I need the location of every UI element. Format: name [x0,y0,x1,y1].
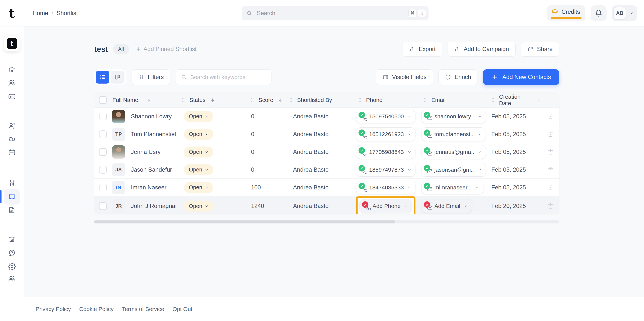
terms-of-service-link[interactable]: Terms of Service [122,306,164,312]
search-icon [181,74,187,80]
column-header-creation-date[interactable]: Creation Date [486,93,542,107]
drag-handle-icon[interactable] [251,97,254,102]
column-header-status[interactable]: Status [176,93,246,107]
column-header-full-name[interactable]: Full Name [94,93,176,107]
opt-out-link[interactable]: Opt Out [172,306,192,312]
select-all-checkbox[interactable] [99,96,107,104]
chat-bubbles-icon [8,136,16,144]
kanban-view-button[interactable] [111,71,124,83]
row-checkbox[interactable] [99,184,107,191]
status-dropdown[interactable]: Open [184,129,214,140]
sidebar-item-conversations[interactable] [0,136,24,144]
table-row[interactable]: JS Jason Sandefur Open 0 Andrea Basto 18… [94,161,559,178]
status-dropdown[interactable]: Open [184,164,214,175]
table-row[interactable]: IN Imran Naseer Open 100 Andrea Basto 18… [94,178,559,196]
global-search[interactable]: ⌘ K [242,6,428,20]
share-button[interactable]: Share [521,42,559,56]
table-row[interactable]: Shannon Lowry Open 0 Andrea Basto 150975… [94,107,559,125]
column-header-phone[interactable]: Phone [353,93,418,107]
sort-arrow-icon[interactable] [146,97,151,103]
export-button[interactable]: Export [402,42,442,56]
sidebar-item-help[interactable] [0,249,24,257]
keyword-search[interactable] [176,69,272,85]
email-dropdown[interactable]: tom.pfannenst... [421,127,486,141]
sidebar-item-documents[interactable] [0,206,24,214]
sidebar-item-add-contact[interactable] [0,122,24,130]
sidebar-item-integrations[interactable] [0,236,24,244]
global-search-input[interactable] [257,10,407,17]
row-checkbox[interactable] [99,113,107,120]
email-dropdown[interactable]: shannon.lowry... [421,110,486,123]
status-dropdown[interactable]: Open [184,146,214,157]
phone-dropdown[interactable]: 16512261923 [356,127,416,141]
phone-dropdown[interactable]: 18597497873 [356,163,416,177]
phone-dropdown[interactable]: 15097540500 [356,110,416,123]
sidebar-item-settings[interactable] [0,263,24,271]
status-dropdown[interactable]: Open [184,201,214,212]
visible-fields-button[interactable]: Visible Fields [376,69,433,85]
email-dropdown[interactable]: mimranaseer... [421,181,484,194]
sidebar-item-contacts[interactable] [0,79,24,87]
scrollbar-thumb[interactable] [94,220,395,224]
account-menu[interactable]: AB [612,5,637,21]
email-dropdown[interactable]: jasonsan@gm... [421,163,486,177]
sidebar-item-calendar[interactable] [0,149,24,157]
status-dropdown[interactable]: Open [184,182,214,193]
notifications-button[interactable] [591,5,606,21]
sidebar-item-pipelines[interactable] [0,179,24,187]
column-header-email[interactable]: Email [418,93,486,107]
breadcrumb-home[interactable]: Home [32,10,48,17]
delete-row-button[interactable] [547,131,554,138]
add-pinned-shortlist-button[interactable]: + Add Pinned Shortlist [136,45,196,53]
sort-arrow-icon[interactable] [536,97,542,103]
drag-handle-icon[interactable] [424,97,427,102]
status-dropdown[interactable]: Open [184,111,214,122]
row-checkbox[interactable] [99,130,107,138]
row-checkbox[interactable] [99,148,107,156]
table-row[interactable]: JR John J Romagnano Open 1240 Andrea Bas… [94,196,559,214]
drag-handle-icon[interactable] [182,97,185,102]
add-new-contacts-button[interactable]: Add New Contacts [483,69,559,85]
delete-row-button[interactable] [547,149,554,155]
table-row[interactable]: Jenna Usry Open 0 Andrea Basto 177059888… [94,143,559,161]
privacy-policy-link[interactable]: Privacy Policy [36,306,71,312]
chevron-down-icon [404,204,408,208]
drag-handle-icon[interactable] [491,97,494,102]
row-checkbox[interactable] [99,166,107,174]
column-header-shortlisted-by[interactable]: Shortlisted By [284,93,353,107]
sidebar-item-team[interactable] [0,275,24,283]
scope-badge[interactable]: All [113,44,129,54]
creation-date-value: Feb 05, 2025 [491,184,526,191]
cookie-policy-link[interactable]: Cookie Policy [79,306,114,312]
email-dropdown[interactable]: Add Email [421,199,472,213]
drag-handle-icon[interactable] [289,97,292,102]
enrich-button[interactable]: Enrich [438,69,478,85]
phone-dropdown[interactable]: 18474035333 [356,181,416,194]
email-dropdown[interactable]: jennaus@gma... [421,145,486,159]
table-row[interactable]: TP Tom Pfannenstiel Open 0 Andrea Basto … [94,125,559,143]
sidebar-logo[interactable]: t [4,35,20,51]
add-to-campaign-button[interactable]: Add to Campaign [448,42,516,56]
delete-row-button[interactable] [547,184,554,191]
delete-row-button[interactable] [547,166,554,173]
sidebar-item-home[interactable] [0,65,24,73]
sidebar-item-analytics[interactable] [0,93,24,101]
keyword-search-input[interactable] [190,74,266,80]
sort-arrow-icon[interactable] [210,97,215,103]
filters-button[interactable]: Filters [132,69,170,85]
chevron-down-icon [629,11,634,16]
drag-handle-icon[interactable] [358,97,362,102]
credits-button[interactable]: Credits [547,5,585,21]
sort-arrow-icon[interactable] [278,97,283,103]
sidebar-item-shortlists[interactable] [4,189,20,205]
contact-name: Jason Sandefur [131,166,172,173]
delete-row-button[interactable] [547,113,554,120]
score-value: 0 [251,149,254,155]
email-cell: mimranaseer... [421,181,484,194]
phone-dropdown[interactable]: Add Phone [360,199,412,213]
phone-dropdown[interactable]: 17705988843 [356,145,416,159]
column-header-score[interactable]: Score [246,93,284,107]
row-checkbox[interactable] [99,202,107,210]
list-view-button[interactable] [96,71,109,83]
delete-row-button[interactable] [547,203,554,210]
